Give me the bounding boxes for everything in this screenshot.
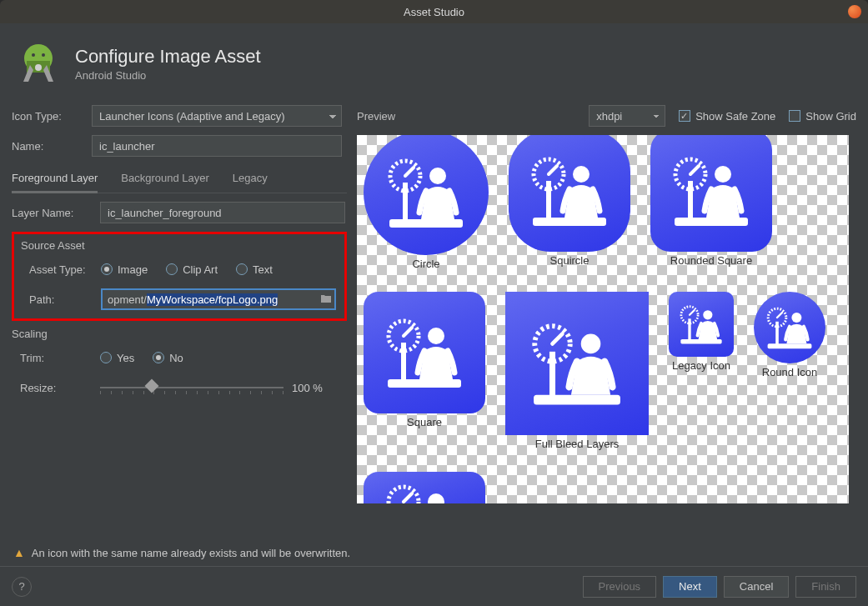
svg-point-9	[35, 64, 42, 71]
help-button[interactable]: ?	[12, 577, 32, 597]
close-button[interactable]	[848, 5, 861, 18]
name-label: Name:	[12, 140, 92, 153]
scaling-title: Scaling	[12, 328, 347, 340]
dialog-header: Configure Image Asset Android Studio	[0, 23, 868, 105]
cancel-button[interactable]: Cancel	[724, 576, 789, 598]
previous-button[interactable]: Previous	[583, 576, 657, 598]
preview-canvas: Circle Squircle Rounded Square Square	[357, 135, 849, 503]
dialog-footer: ? Previous Next Cancel Finish	[0, 566, 868, 606]
page-title: Configure Image Asset	[75, 46, 261, 68]
icon-type-select[interactable]: Launcher Icons (Adaptive and Legacy)	[92, 105, 342, 127]
layer-tabs: Foreground Layer Background Layer Legacy	[12, 165, 347, 193]
window-title: Asset Studio	[404, 6, 464, 18]
resize-label: Resize:	[12, 382, 100, 394]
svg-point-7	[42, 53, 45, 57]
layer-name-input[interactable]	[100, 202, 345, 223]
titlebar: Asset Studio	[0, 0, 868, 23]
trim-label: Trim:	[12, 352, 100, 364]
preview-rounded-square: Rounded Square	[650, 135, 772, 270]
path-input[interactable]: opment/MyWorkspace/fcpLogo.png	[101, 288, 336, 310]
preview-squircle: Squircle	[509, 135, 630, 270]
preview-extra	[364, 472, 485, 503]
tab-foreground-layer[interactable]: Foreground Layer	[12, 167, 98, 193]
finish-button[interactable]: Finish	[795, 576, 856, 598]
asset-type-clipart-radio[interactable]: Clip Art	[166, 263, 218, 276]
browse-folder-icon[interactable]	[318, 292, 334, 307]
tab-background-layer[interactable]: Background Layer	[121, 167, 209, 193]
page-subtitle: Android Studio	[75, 69, 261, 82]
name-input[interactable]	[92, 135, 342, 157]
preview-label: Preview	[357, 110, 575, 123]
show-safe-zone-checkbox[interactable]: Show Safe Zone	[679, 110, 775, 123]
asset-type-label: Asset Type:	[21, 263, 101, 276]
asset-type-image-radio[interactable]: Image	[101, 263, 148, 276]
preview-full-bleed: Full Bleed Layers	[505, 292, 649, 450]
warning-message: ▲ An icon with the same name already exi…	[13, 546, 350, 559]
svg-point-6	[32, 53, 35, 57]
trim-no-radio[interactable]: No	[153, 352, 183, 364]
warning-icon: ▲	[13, 546, 25, 559]
preview-legacy-icon: Legacy Icon	[669, 292, 734, 450]
asset-type-text-radio[interactable]: Text	[236, 263, 273, 276]
path-label: Path:	[21, 293, 101, 306]
layer-name-label: Layer Name:	[12, 207, 100, 219]
density-select[interactable]: xhdpi	[589, 105, 665, 127]
resize-slider[interactable]	[100, 379, 283, 396]
source-asset-title: Source Asset	[21, 239, 338, 252]
android-studio-logo-icon	[15, 40, 62, 87]
source-asset-highlight: Source Asset Asset Type: Image Clip Art …	[12, 232, 347, 321]
preview-round-icon: Round Icon	[754, 292, 825, 450]
tab-legacy[interactable]: Legacy	[233, 167, 268, 193]
icon-type-label: Icon Type:	[12, 110, 92, 123]
trim-yes-radio[interactable]: Yes	[100, 352, 134, 364]
resize-value: 100 %	[292, 382, 323, 394]
preview-circle: Circle	[364, 135, 489, 270]
show-grid-checkbox[interactable]: Show Grid	[789, 110, 856, 123]
next-button[interactable]: Next	[663, 576, 717, 598]
dialog-body: Configure Image Asset Android Studio Ico…	[0, 23, 868, 606]
preview-square: Square	[364, 292, 485, 450]
